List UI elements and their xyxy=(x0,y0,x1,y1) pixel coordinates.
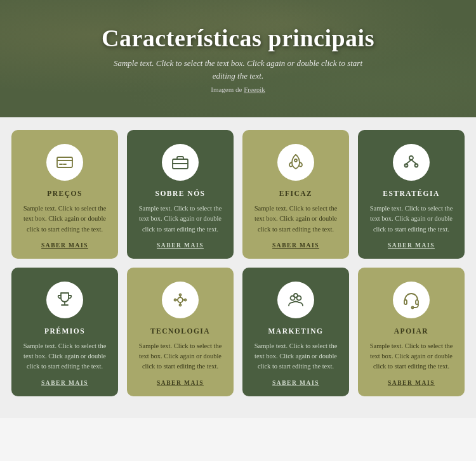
svg-rect-29 xyxy=(416,300,418,304)
card-estrategia-text: Sample text. Click to select the text bo… xyxy=(368,204,454,235)
card-precos-title: PREÇOS xyxy=(47,190,83,197)
svg-rect-28 xyxy=(404,300,407,304)
hero-credit-link[interactable]: Freepik xyxy=(244,86,265,93)
card-sobre-link[interactable]: SABER MAIS xyxy=(157,242,204,249)
card-precos-link[interactable]: SABER MAIS xyxy=(41,242,88,249)
card-apoiar-text: Sample text. Click to select the text bo… xyxy=(368,341,454,372)
card-eficaz-link[interactable]: SABER MAIS xyxy=(272,242,319,249)
card-marketing-title: MARKETING xyxy=(268,327,324,335)
card-apoiar-title: APOIAR xyxy=(394,327,428,335)
card-tecnologia-title: TECNOLOGIA xyxy=(150,327,210,335)
svg-point-27 xyxy=(294,294,298,297)
trophy-icon xyxy=(55,290,74,309)
card-icon-eficaz-wrap xyxy=(277,144,314,181)
card-icon-apoiar-wrap xyxy=(393,282,430,318)
briefcase-icon xyxy=(171,153,190,172)
card-marketing-link[interactable]: SABER MAIS xyxy=(272,380,319,386)
tech-icon xyxy=(171,290,190,309)
hero-title: Características principais xyxy=(102,24,374,52)
card-estrategia-title: ESTRATÉGIA xyxy=(383,190,440,197)
card-icon-premios-wrap xyxy=(46,282,83,318)
card-icon-marketing-wrap xyxy=(277,282,314,318)
card-estrategia: X O ESTRATÉGIA Sample text. Click to sel… xyxy=(358,130,465,259)
cards-row-2: PRÉMIOS Sample text. Click to select the… xyxy=(11,268,465,396)
svg-text:O: O xyxy=(415,164,418,167)
card-estrategia-link[interactable]: SABER MAIS xyxy=(388,242,435,249)
card-icon-tecnologia-wrap xyxy=(162,282,199,318)
card-icon-precos-wrap xyxy=(46,144,83,181)
hero-subtitle: Sample text. Click to select the text bo… xyxy=(111,57,365,82)
hero-section: Características principais Sample text. … xyxy=(0,0,476,117)
svg-point-16 xyxy=(178,297,183,302)
card-premios-link[interactable]: SABER MAIS xyxy=(41,380,88,386)
card-eficaz: EFICAZ Sample text. Click to select the … xyxy=(242,130,349,259)
card-premios-title: PRÉMIOS xyxy=(44,327,85,335)
card-eficaz-text: Sample text. Click to select the text bo… xyxy=(253,204,339,235)
card-precos-text: Sample text. Click to select the text bo… xyxy=(22,204,108,235)
card-sobre-text: Sample text. Click to select the text bo… xyxy=(137,204,223,235)
card-tecnologia-link[interactable]: SABER MAIS xyxy=(157,380,204,386)
rocket-icon xyxy=(286,153,305,172)
card-premios: PRÉMIOS Sample text. Click to select the… xyxy=(11,268,118,396)
card-precos: PREÇOS Sample text. Click to select the … xyxy=(11,130,118,259)
card-premios-text: Sample text. Click to select the text bo… xyxy=(22,341,108,372)
card-icon-estrategia-wrap: X O xyxy=(393,144,430,181)
credit-card-icon xyxy=(55,153,74,172)
svg-point-30 xyxy=(412,306,414,308)
marketing-icon xyxy=(286,290,305,309)
strategy-icon: X O xyxy=(402,153,421,172)
card-apoiar-link[interactable]: SABER MAIS xyxy=(388,380,435,386)
svg-rect-0 xyxy=(57,157,72,167)
svg-point-6 xyxy=(294,159,297,162)
card-sobre-title: SOBRE NÓS xyxy=(155,190,205,197)
headset-icon xyxy=(402,290,421,309)
svg-text:X: X xyxy=(405,164,408,167)
card-apoiar: APOIAR Sample text. Click to select the … xyxy=(358,268,465,396)
card-eficaz-title: EFICAZ xyxy=(279,190,312,197)
card-tecnologia-text: Sample text. Click to select the text bo… xyxy=(137,341,223,372)
cards-section: PREÇOS Sample text. Click to select the … xyxy=(0,117,476,418)
cards-row-1: PREÇOS Sample text. Click to select the … xyxy=(11,130,465,259)
card-icon-sobre-wrap xyxy=(162,144,199,181)
hero-credit-prefix: Imagem de xyxy=(211,86,242,93)
card-sobre-nos: SOBRE NÓS Sample text. Click to select t… xyxy=(127,130,234,259)
card-tecnologia: TECNOLOGIA Sample text. Click to select … xyxy=(127,268,234,396)
card-marketing-text: Sample text. Click to select the text bo… xyxy=(253,341,339,372)
hero-credit: Imagem de Freepik xyxy=(211,86,265,93)
card-marketing: MARKETING Sample text. Click to select t… xyxy=(242,268,349,396)
